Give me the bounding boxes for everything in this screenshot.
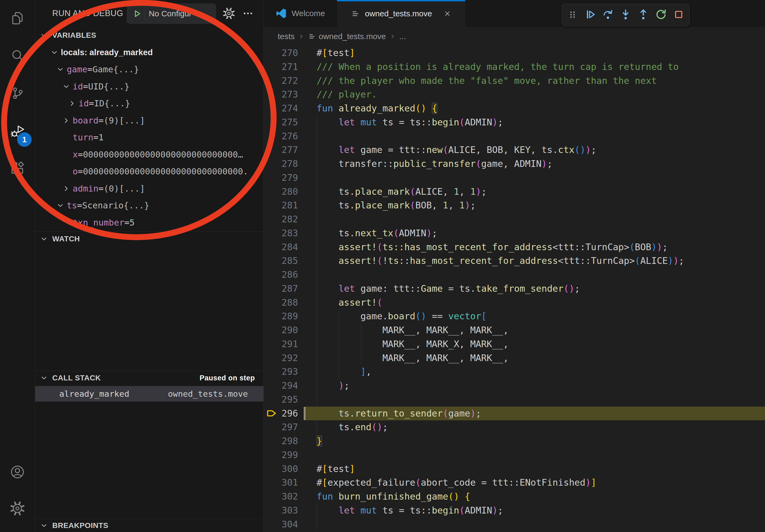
line-number: 288 (277, 296, 298, 310)
breadcrumb-item[interactable]: owned_tests.move (308, 32, 386, 41)
variable-row[interactable]: ts = Scenario{...} (35, 197, 264, 214)
debug-config-dropdown[interactable]: No Configur (127, 3, 216, 24)
chevron-down-icon[interactable] (56, 201, 67, 210)
activity-item-extensions[interactable] (0, 150, 35, 187)
glyph-margin[interactable] (264, 434, 277, 448)
glyph-margin[interactable] (264, 157, 277, 171)
variable-row[interactable]: id = ID{...} (35, 95, 264, 112)
variable-row[interactable]: admin = (0)[...] (35, 180, 264, 197)
variable-row[interactable]: o = 0000000000000000000000000000000. (35, 163, 264, 180)
glyph-margin[interactable] (264, 198, 277, 212)
code-line: 285 assert!(!ts::has_most_recent_for_add… (264, 254, 765, 268)
glyph-margin[interactable] (264, 309, 277, 323)
breadcrumb-item[interactable]: ... (399, 32, 406, 41)
variable-row[interactable]: txn_number = 5 (35, 214, 264, 231)
chevron-down-icon[interactable] (50, 48, 61, 57)
drag-grip-button[interactable] (565, 8, 579, 22)
line-number: 294 (277, 379, 298, 393)
glyph-margin[interactable] (264, 337, 277, 351)
code-line: 281 ts.place_mark(BOB, 1, 1); (264, 198, 765, 212)
tab-label: owned_tests.move (365, 9, 432, 18)
chevron-right-icon[interactable] (62, 184, 73, 193)
glyph-margin[interactable] (264, 240, 277, 254)
glyph-margin[interactable] (264, 351, 277, 365)
chevron-down-icon[interactable] (56, 65, 67, 74)
code-line: 304 (264, 518, 765, 531)
breakpoints-header[interactable]: BREAKPOINTS (35, 519, 264, 532)
variable-value: 1 (98, 132, 104, 142)
glyph-margin[interactable] (264, 268, 277, 282)
run-and-debug-sidebar: RUN AND DEBUG No Configur VARIABLES loca… (35, 0, 264, 532)
code-editor[interactable]: 270 #[test] 271 /// When a position is a… (264, 46, 765, 532)
glyph-margin[interactable] (264, 254, 277, 268)
variable-row[interactable]: board = (9)[...] (35, 112, 264, 129)
glyph-margin[interactable] (264, 88, 277, 102)
glyph-margin[interactable] (264, 74, 277, 88)
tab-welcome[interactable]: Welcome (264, 0, 337, 27)
more-actions-icon[interactable] (242, 0, 254, 27)
sidebar-header: RUN AND DEBUG No Configur (35, 0, 264, 27)
activity-item-account[interactable] (0, 454, 35, 491)
glyph-margin[interactable] (264, 171, 277, 185)
continue-button[interactable] (583, 8, 597, 22)
code-line: 277 let game = ttt::new(ALICE, BOB, KEY,… (264, 143, 765, 157)
continue-icon (584, 8, 596, 22)
close-icon[interactable] (443, 10, 451, 18)
call-stack-header[interactable]: CALL STACK Paused on step (35, 371, 264, 385)
activity-item-settings[interactable] (0, 491, 35, 527)
glyph-margin[interactable] (264, 282, 277, 296)
variable-name: x (73, 149, 78, 160)
activity-item-search[interactable] (0, 38, 35, 75)
glyph-margin[interactable] (264, 212, 277, 226)
glyph-margin[interactable] (264, 60, 277, 74)
glyph-margin[interactable] (264, 116, 277, 130)
glyph-margin[interactable] (264, 448, 277, 462)
glyph-margin[interactable] (264, 462, 277, 476)
glyph-margin[interactable] (264, 143, 277, 157)
glyph-margin[interactable] (264, 185, 277, 199)
glyph-margin[interactable] (264, 46, 277, 60)
chevron-right-icon[interactable] (62, 116, 73, 125)
glyph-margin[interactable] (264, 130, 277, 143)
glyph-margin[interactable] (264, 420, 277, 434)
stop-button[interactable] (672, 8, 686, 22)
chevron-down-icon[interactable] (62, 82, 73, 91)
variable-row[interactable]: game = Game{...} (35, 61, 264, 78)
debug-toolbar (561, 4, 690, 26)
glyph-margin[interactable] (264, 476, 277, 490)
variable-row[interactable]: id = UID{...} (35, 78, 264, 95)
line-number: 302 (277, 490, 298, 504)
step-over-button[interactable] (601, 8, 615, 22)
glyph-margin[interactable] (264, 226, 277, 240)
glyph-margin[interactable] (264, 393, 277, 406)
code-line: 292 MARK__, MARK__, MARK__, (264, 351, 765, 365)
activity-item-source-control[interactable] (0, 75, 35, 113)
call-stack-frame[interactable]: already_marked owned_tests.move (35, 386, 264, 401)
glyph-margin[interactable] (264, 490, 277, 504)
glyph-margin[interactable] (264, 406, 277, 420)
variable-row[interactable]: x = 000000000000000000000000000000… (35, 146, 264, 163)
glyph-margin[interactable] (264, 323, 277, 337)
source-control-icon (10, 86, 25, 102)
activity-item-run-and-debug[interactable]: 1 (0, 113, 35, 150)
variable-row[interactable]: locals: already_marked (35, 44, 264, 61)
breadcrumb-item[interactable]: tests (278, 32, 295, 41)
glyph-margin[interactable] (264, 102, 277, 116)
glyph-margin[interactable] (264, 379, 277, 393)
variables-header[interactable]: VARIABLES (35, 27, 264, 44)
code-line: 297 ts.end(); (264, 420, 765, 434)
debug-gear-icon[interactable] (223, 0, 235, 27)
restart-button[interactable] (654, 8, 668, 22)
chevron-right-icon[interactable] (68, 99, 79, 108)
variable-row[interactable]: turn = 1 (35, 129, 264, 146)
tab-owned-tests-move[interactable]: owned_tests.move (337, 0, 465, 27)
step-into-button[interactable] (619, 8, 633, 22)
activity-item-explorer[interactable] (0, 0, 35, 38)
glyph-margin[interactable] (264, 504, 277, 518)
start-debugging-icon[interactable] (131, 8, 142, 19)
watch-header[interactable]: WATCH (35, 232, 264, 246)
glyph-margin[interactable] (264, 365, 277, 379)
glyph-margin[interactable] (264, 296, 277, 310)
glyph-margin[interactable] (264, 518, 277, 531)
step-out-button[interactable] (636, 8, 650, 22)
